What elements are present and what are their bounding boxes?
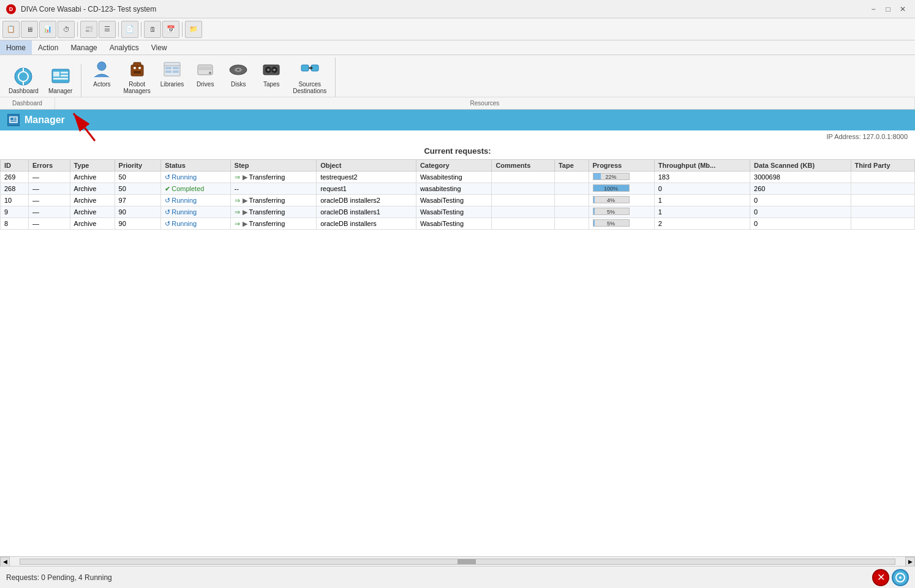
cell-tape xyxy=(554,172,589,183)
table-row[interactable]: 10—Archive97↺Running⇒▶ Transferringoracl… xyxy=(1,195,915,206)
status-circle-button[interactable] xyxy=(892,569,909,586)
col-errors[interactable]: Errors xyxy=(29,160,70,172)
table-row[interactable]: 269—Archive50↺Running⇒▶ Transferringtest… xyxy=(1,172,915,183)
scrollbar-track[interactable] xyxy=(20,559,895,565)
cell-step: -- xyxy=(230,183,317,195)
tb-btn-1[interactable]: 📋 xyxy=(2,21,20,38)
step-text: Transferring xyxy=(247,208,285,216)
menu-analytics[interactable]: Analytics xyxy=(104,40,145,55)
ribbon-item-dashboard[interactable]: Dashboard xyxy=(5,64,42,97)
tb-btn-5[interactable]: 📰 xyxy=(80,21,97,38)
status-text: Requests: 0 Pending, 4 Running xyxy=(6,573,112,582)
status-text: Running xyxy=(171,173,197,181)
cell-progress: 5% xyxy=(589,206,654,218)
progress-bar: 5% xyxy=(593,208,630,215)
step-text: Transferring xyxy=(247,173,285,181)
cell-object: request1 xyxy=(317,183,416,195)
ribbon-item-tapes[interactable]: Tapes xyxy=(256,58,287,97)
tb-btn-3[interactable]: 📊 xyxy=(39,21,56,38)
cell-id: 268 xyxy=(1,183,29,195)
ribbon-item-sources-destinations[interactable]: Sources Destinations xyxy=(289,58,330,97)
svg-rect-8 xyxy=(53,78,68,80)
col-comments[interactable]: Comments xyxy=(492,160,555,172)
col-type[interactable]: Type xyxy=(70,160,115,172)
col-id[interactable]: ID xyxy=(1,160,29,172)
svg-rect-19 xyxy=(165,70,171,73)
scroll-right-btn[interactable]: ▶ xyxy=(905,557,915,567)
svg-point-31 xyxy=(273,69,276,71)
col-category[interactable]: Category xyxy=(416,160,492,172)
svg-rect-18 xyxy=(173,67,179,69)
cell-progress: 100% xyxy=(589,183,654,195)
menu-view[interactable]: View xyxy=(145,40,173,55)
col-tape[interactable]: Tape xyxy=(554,160,589,172)
menu-bar: Home Action Manage Analytics View xyxy=(0,40,915,55)
ribbon-item-robot-managers[interactable]: Robot Managers xyxy=(119,58,154,97)
ribbon-item-drives[interactable]: Drives xyxy=(190,58,220,97)
cell-throughput: 1 xyxy=(654,206,750,218)
running-icon: ↺ xyxy=(165,220,170,227)
col-status[interactable]: Status xyxy=(161,160,230,172)
ribbon-item-actors[interactable]: Actors xyxy=(86,58,117,97)
cell-data-scanned: 260 xyxy=(750,183,851,195)
disks-label: Disks xyxy=(231,81,246,88)
cell-throughput: 2 xyxy=(654,218,750,230)
step-text: Transferring xyxy=(247,220,285,227)
tb-btn-6[interactable]: ☰ xyxy=(99,21,116,38)
cell-comments xyxy=(492,195,555,206)
page-title: Manager xyxy=(24,115,65,126)
col-third-party[interactable]: Third Party xyxy=(851,160,914,172)
window-title: DIVA Core Wasabi - CD-123- Test system xyxy=(21,5,156,13)
tb-btn-4[interactable]: ⏱ xyxy=(58,21,75,38)
manager-icon xyxy=(51,67,70,86)
cell-status: ↺Running xyxy=(161,195,230,206)
status-close-button[interactable]: ✕ xyxy=(872,569,889,586)
menu-manage[interactable]: Manage xyxy=(64,40,103,55)
minimize-button[interactable]: − xyxy=(867,3,879,15)
svg-point-26 xyxy=(237,69,239,70)
col-priority[interactable]: Priority xyxy=(115,160,161,172)
sources-destinations-icon xyxy=(300,60,320,80)
close-button[interactable]: ✕ xyxy=(897,3,909,15)
cell-data-scanned: 0 xyxy=(750,206,851,218)
table-row[interactable]: 9—Archive90↺Running⇒▶ Transferringoracle… xyxy=(1,206,915,218)
transfer-icon: ⇒ xyxy=(235,220,240,227)
ribbon-item-disks[interactable]: Disks xyxy=(223,58,254,97)
ribbon-item-libraries[interactable]: Libraries xyxy=(157,58,187,97)
svg-rect-41 xyxy=(10,121,17,122)
cell-data-scanned: 0 xyxy=(750,218,851,230)
scrollbar-thumb[interactable] xyxy=(457,559,476,564)
tb-btn-8[interactable]: 🗓 xyxy=(144,21,161,38)
cell-object: oracleDB installers2 xyxy=(317,195,416,206)
status-text: Running xyxy=(171,197,197,204)
ribbon-item-manager[interactable]: Manager xyxy=(45,64,76,97)
step-text: Transferring xyxy=(247,197,285,204)
scroll-left-btn[interactable]: ◀ xyxy=(0,557,10,567)
col-data-scanned[interactable]: Data Scanned (KB) xyxy=(750,160,851,172)
tb-btn-2[interactable]: 🖥 xyxy=(21,21,38,38)
ribbon-group-resources: Actors Robot Managers xyxy=(84,58,336,97)
cell-id: 10 xyxy=(1,195,29,206)
table-row[interactable]: 268—Archive50✔Completed--request1wasabit… xyxy=(1,183,915,195)
col-progress[interactable]: Progress xyxy=(589,160,654,172)
horizontal-scrollbar[interactable]: ◀ ▶ xyxy=(0,556,915,566)
maximize-button[interactable]: □ xyxy=(882,3,894,15)
col-object[interactable]: Object xyxy=(317,160,416,172)
transfer-icon: ⇒ xyxy=(235,208,240,216)
col-step[interactable]: Step xyxy=(230,160,317,172)
cell-progress: 4% xyxy=(589,195,654,206)
transfer-icon: ⇒ xyxy=(235,173,240,181)
cell-errors: — xyxy=(29,218,70,230)
menu-action[interactable]: Action xyxy=(32,40,64,55)
ribbon: Dashboard Manager xyxy=(0,55,915,110)
tb-btn-9[interactable]: 📅 xyxy=(162,21,179,38)
col-throughput[interactable]: Throughput (Mb... xyxy=(654,160,750,172)
table-row[interactable]: 8—Archive90↺Running⇒▶ Transferringoracle… xyxy=(1,218,915,230)
tb-btn-7[interactable]: 📄 xyxy=(121,21,138,38)
menu-home[interactable]: Home xyxy=(0,40,32,55)
title-bar: D DIVA Core Wasabi - CD-123- Test system… xyxy=(0,0,915,18)
svg-rect-10 xyxy=(131,65,143,76)
tb-btn-10[interactable]: 📁 xyxy=(185,21,202,38)
cell-type: Archive xyxy=(70,195,115,206)
cell-data-scanned: 0 xyxy=(750,195,851,206)
